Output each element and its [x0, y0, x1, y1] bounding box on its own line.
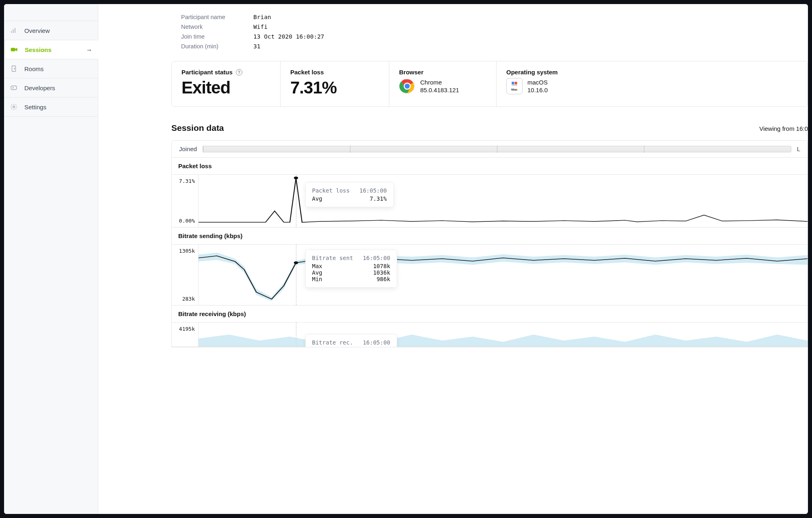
tooltip-avg-value: 1036k: [373, 269, 390, 276]
chart-bitrate-sending-plot[interactable]: Bitrate sent 16:05:00 Max 1078k Avg 1036…: [199, 245, 808, 305]
session-data-title: Session data: [171, 123, 224, 133]
chart-packet-loss: Packet loss 7.31% 0.00%: [172, 158, 808, 228]
tooltip-time: 16:05:00: [363, 255, 390, 261]
svg-rect-1: [12, 66, 16, 72]
sidebar-logo-area: [4, 4, 98, 21]
os-version: 10.16.0: [527, 86, 548, 94]
timeline-row: Joined L: [172, 141, 808, 158]
meta-label-network: Network: [181, 24, 253, 30]
meta-label-name: Participant name: [181, 14, 253, 20]
tooltip-title: Bitrate rec.: [312, 339, 353, 346]
card-packet-loss-label: Packet loss: [290, 69, 379, 76]
tooltip-title: Packet loss: [312, 187, 350, 194]
card-os-label: Operating system: [506, 69, 798, 76]
svg-rect-12: [512, 85, 517, 85]
meta-value-join-time: 13 Oct 2020 16:00:27: [253, 33, 324, 40]
chrome-icon: [399, 78, 415, 94]
yaxis-max: 7.31%: [172, 178, 195, 184]
sidebar-item-sessions[interactable]: Sessions →: [4, 40, 98, 59]
chart-packet-loss-title: Packet loss: [172, 158, 808, 174]
sidebar-item-label: Overview: [24, 27, 50, 34]
svg-point-2: [14, 68, 15, 69]
svg-point-13: [294, 176, 298, 179]
svg-rect-11: [515, 82, 517, 84]
tooltip-avg-label: Avg: [312, 269, 322, 276]
svg-point-14: [294, 261, 298, 264]
chart-packet-loss-plot[interactable]: Packet loss 16:05:00 Avg 7.31%: [199, 175, 808, 227]
tooltip-min-value: 986k: [376, 276, 390, 282]
card-packet-loss-value: 7.31%: [290, 78, 379, 98]
chart-bitrate-receiving: Bitrate receiving (kbps) 4195k: [172, 306, 808, 347]
tooltip-bitrate-receiving: Bitrate rec. 16:05:00: [305, 334, 397, 347]
card-os: Operating system Mac macOS 10.16.0: [497, 61, 808, 106]
os-badge: Mac: [511, 88, 518, 91]
main-content: Participant name Brian Network Wifi Join…: [98, 4, 808, 514]
yaxis-max: 4195k: [172, 326, 195, 332]
help-icon[interactable]: ?: [236, 69, 242, 76]
card-browser: Browser: [389, 61, 497, 106]
chart-bitrate-receiving-plot[interactable]: Bitrate rec. 16:05:00: [199, 323, 808, 347]
yaxis-min: 283k: [172, 296, 195, 302]
sidebar-item-label: Settings: [24, 104, 46, 111]
os-name: macOS: [527, 78, 548, 87]
chart-bitrate-sending-title: Bitrate sending (kbps): [172, 228, 808, 244]
meta-label-join-time: Join time: [181, 33, 253, 40]
meta-value-name: Brian: [253, 14, 271, 20]
chart-packet-loss-yaxis: 7.31% 0.00%: [172, 175, 199, 227]
sidebar-item-label: Sessions: [25, 46, 52, 53]
mac-icon: Mac: [506, 78, 523, 94]
gear-icon: [10, 103, 18, 111]
sidebar-item-label: Developers: [24, 85, 55, 91]
tooltip-max-value: 1078k: [373, 263, 390, 269]
participant-meta: Participant name Brian Network Wifi Join…: [181, 12, 808, 51]
viewing-range: Viewing from 16:0: [759, 125, 808, 132]
svg-point-4: [13, 106, 15, 108]
chart-bitrate-sending: Bitrate sending (kbps) 1305k 283k: [172, 228, 808, 306]
card-status: Participant status ? Exited: [172, 61, 281, 106]
timeline-left-label: L: [797, 145, 800, 152]
tooltip-avg-label: Avg: [312, 195, 322, 202]
chart-bitrate-sending-yaxis: 1305k 283k: [172, 245, 199, 305]
tooltip-max-label: Max: [312, 263, 322, 269]
tooltip-avg-value: 7.31%: [370, 195, 387, 202]
sidebar-item-rooms[interactable]: Rooms: [4, 59, 98, 78]
svg-rect-0: [11, 48, 15, 51]
timeline-scrubber[interactable]: [203, 146, 791, 152]
door-icon: [10, 65, 18, 73]
terminal-icon: [10, 84, 18, 92]
arrow-right-icon: →: [86, 46, 92, 53]
tooltip-time: 16:05:00: [359, 187, 387, 194]
yaxis-min: 0.00%: [172, 218, 195, 224]
chart-bitrate-receiving-title: Bitrate receiving (kbps): [172, 306, 808, 322]
tooltip-title: Bitrate sent: [312, 255, 353, 261]
card-browser-label: Browser: [399, 69, 486, 76]
charts-panel: Joined L Packet loss 7.31% 0.00%: [171, 140, 808, 347]
browser-name: Chrome: [420, 78, 459, 87]
yaxis-max: 1305k: [172, 248, 195, 254]
svg-rect-10: [512, 82, 514, 84]
tooltip-time: 16:05:00: [363, 339, 390, 346]
meta-value-duration: 31: [253, 43, 260, 50]
session-data-header: Session data Viewing from 16:0: [171, 123, 808, 133]
tooltip-packet-loss: Packet loss 16:05:00 Avg 7.31%: [305, 182, 394, 207]
timeline-joined-label: Joined: [179, 145, 197, 152]
meta-label-duration: Duration (min): [181, 43, 253, 50]
browser-version: 85.0.4183.121: [420, 86, 459, 94]
sidebar-item-overview[interactable]: Overview: [4, 21, 98, 40]
tooltip-bitrate-sending: Bitrate sent 16:05:00 Max 1078k Avg 1036…: [305, 249, 397, 288]
card-status-label: Participant status: [181, 69, 233, 76]
meta-value-network: Wifi: [253, 24, 268, 30]
card-packet-loss: Packet loss 7.31%: [281, 61, 389, 106]
video-camera-icon: [10, 46, 18, 54]
sidebar: Overview Sessions → Rooms Developers: [4, 4, 98, 514]
bar-chart-icon: [10, 26, 18, 35]
sidebar-item-settings[interactable]: Settings: [4, 98, 98, 117]
tooltip-min-label: Min: [312, 276, 322, 282]
stats-cards: Participant status ? Exited Packet loss …: [171, 61, 808, 107]
sidebar-item-developers[interactable]: Developers: [4, 78, 98, 98]
card-status-value: Exited: [181, 78, 270, 98]
sidebar-item-label: Rooms: [24, 65, 44, 72]
chart-bitrate-receiving-yaxis: 4195k: [172, 323, 199, 347]
